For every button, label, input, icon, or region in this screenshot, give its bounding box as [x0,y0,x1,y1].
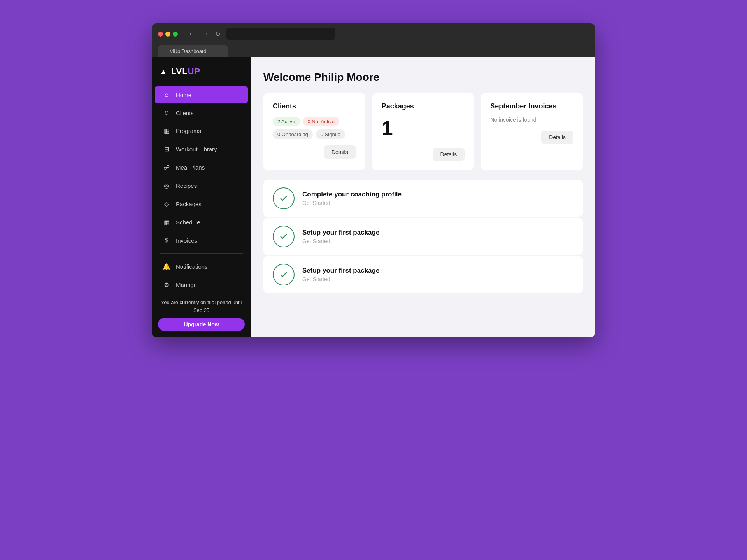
package-icon: ◇ [163,200,170,208]
packages-card: Packages 1 Details [372,93,474,170]
checklist-item-text-1: Setup your first package Get Started [302,229,379,244]
clients-card: Clients 2 Active 0 Not Active 0 Onboardi… [263,93,365,170]
browser-window: ← → ↻ LvlUp Dashboard ▲ LVLUP ⌂ [152,23,595,337]
browser-tab[interactable]: LvlUp Dashboard [158,45,228,57]
browser-chrome: ← → ↻ LvlUp Dashboard [152,23,595,57]
recipe-icon: ◎ [163,182,170,189]
bell-icon: 🔔 [163,263,170,270]
checklist-item-title-1: Setup your first package [302,229,379,236]
page-title: Welcome Philip Moore [263,71,583,84]
sidebar-item-schedule[interactable]: ▦ Schedule [155,214,248,231]
maximize-button[interactable] [173,32,178,37]
invoices-details-button[interactable]: Details [541,131,573,144]
clients-card-title: Clients [273,102,356,110]
sidebar-item-clients[interactable]: ☺ Clients [155,104,248,121]
logo-lvl: LVL [171,66,188,76]
clients-details-button[interactable]: Details [324,145,356,159]
packages-count: 1 [382,117,465,140]
clients-badges: 2 Active 0 Not Active 0 Onboarding 0 Sig… [273,117,356,139]
sidebar-item-label: Workout Library [176,146,217,152]
checklist-item-text-0: Complete your coaching profile Get Start… [302,191,402,206]
sidebar-item-label: Programs [176,128,201,134]
sidebar-item-manage[interactable]: ⚙ Manage [155,276,248,294]
dashboard-cards: Clients 2 Active 0 Not Active 0 Onboardi… [263,93,583,170]
logo-icon: ▲ [160,67,167,76]
checklist-item-title-2: Setup your first package [302,267,379,275]
person-icon: ☺ [163,109,170,116]
nav-items: ⌂ Home ☺ Clients ▦ Programs ⊞ Workout Li… [152,84,251,337]
main-content: Welcome Philip Moore Clients 2 Active 0 … [251,57,595,337]
checklist-item-text-2: Setup your first package Get Started [302,267,379,282]
invoices-card-title: September Invoices [490,102,573,110]
checklist-item-subtitle-0: Get Started [302,200,402,206]
minimize-button[interactable] [165,32,170,37]
sidebar-item-meal-plans[interactable]: ☍ Meal Plans [155,159,248,176]
trial-box: You are currently on trial period until … [158,299,245,331]
packages-details-button[interactable]: Details [433,148,465,161]
home-icon: ⌂ [163,91,170,98]
book-icon: ☍ [163,164,170,171]
invoices-card: September Invoices No invoice is found D… [481,93,583,170]
packages-card-title: Packages [382,102,465,110]
active-badge: 2 Active [273,117,300,126]
sidebar-item-label: Notifications [176,263,208,270]
checklist-item-title-0: Complete your coaching profile [302,191,402,198]
checklist-section: Complete your coaching profile Get Start… [263,180,583,293]
app-content: ▲ LVLUP ⌂ Home ☺ Clients ▦ Programs [152,57,595,337]
check-circle-2 [273,264,295,285]
traffic-lights [158,32,178,37]
sidebar-item-label: Recipes [176,182,197,189]
sidebar-item-programs[interactable]: ▦ Programs [155,122,248,140]
sidebar-item-workout-library[interactable]: ⊞ Workout Library [155,140,248,158]
dollar-icon: $ [163,237,170,244]
sidebar-item-invoices[interactable]: $ Invoices [155,232,248,249]
back-button[interactable]: ← [187,30,196,38]
logo-up: UP [188,66,201,76]
sidebar-item-notifications[interactable]: 🔔 Notifications [155,258,248,275]
sidebar-item-label: Meal Plans [176,164,205,171]
invoice-empty-msg: No invoice is found [490,117,573,123]
check-circle-0 [273,187,295,209]
signup-badge: 0 Signup [316,130,345,139]
checklist-item-1[interactable]: Setup your first package Get Started [263,218,583,255]
trial-text: You are currently on trial period until … [158,299,245,314]
sidebar-item-label: Invoices [176,237,197,244]
sidebar: ▲ LVLUP ⌂ Home ☺ Clients ▦ Programs [152,57,251,337]
onboarding-badge: 0 Onboarding [273,130,313,139]
dumbbell-icon: ⊞ [163,145,170,153]
sidebar-item-label: Packages [176,201,202,207]
nav-divider [160,253,243,254]
reload-button[interactable]: ↻ [214,30,222,38]
check-circle-1 [273,226,295,247]
gear-icon: ⚙ [163,281,170,289]
checklist-item-subtitle-2: Get Started [302,276,379,282]
close-button[interactable] [158,32,163,37]
not-active-badge: 0 Not Active [303,117,339,126]
sidebar-item-label: Home [176,92,191,98]
calendar-icon: ▦ [163,127,170,135]
sidebar-item-label: Manage [176,282,197,288]
url-bar[interactable] [226,28,335,40]
schedule-icon: ▦ [163,219,170,226]
forward-button[interactable]: → [200,30,210,38]
sidebar-item-label: Schedule [176,219,200,226]
sidebar-item-packages[interactable]: ◇ Packages [155,195,248,213]
logo: ▲ LVLUP [152,57,251,84]
sidebar-item-label: Clients [176,110,194,116]
checklist-item-subtitle-1: Get Started [302,238,379,244]
checklist-item-2[interactable]: Setup your first package Get Started [263,256,583,293]
sidebar-item-recipes[interactable]: ◎ Recipes [155,177,248,194]
upgrade-button[interactable]: Upgrade Now [158,318,245,331]
checklist-item-0[interactable]: Complete your coaching profile Get Start… [263,180,583,217]
sidebar-item-home[interactable]: ⌂ Home [155,86,248,103]
